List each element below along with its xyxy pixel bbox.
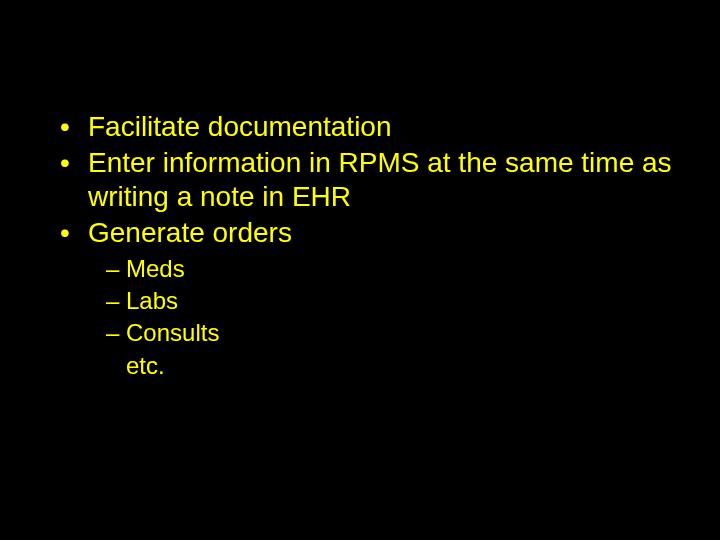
- sub-bullet-item: Labs: [106, 285, 680, 317]
- bullet-item: Enter information in RPMS at the same ti…: [60, 146, 680, 214]
- continuation-text: etc.: [88, 350, 680, 382]
- sub-bullet-item: Meds: [106, 253, 680, 285]
- bullet-list-level2: Meds Labs Consults: [88, 253, 680, 350]
- bullet-item: Facilitate documentation: [60, 110, 680, 144]
- slide: Facilitate documentation Enter informati…: [0, 0, 720, 540]
- bullet-text: Facilitate documentation: [88, 111, 392, 142]
- bullet-item: Generate orders Meds Labs Consults etc.: [60, 216, 680, 382]
- sub-bullet-text: Labs: [126, 287, 178, 314]
- slide-content: Facilitate documentation Enter informati…: [60, 110, 680, 384]
- bullet-text: Generate orders: [88, 217, 292, 248]
- sub-bullet-text: Consults: [126, 319, 219, 346]
- bullet-list-level1: Facilitate documentation Enter informati…: [60, 110, 680, 382]
- bullet-text: Enter information in RPMS at the same ti…: [88, 147, 672, 212]
- sub-bullet-text: Meds: [126, 255, 185, 282]
- sub-bullet-item: Consults: [106, 317, 680, 349]
